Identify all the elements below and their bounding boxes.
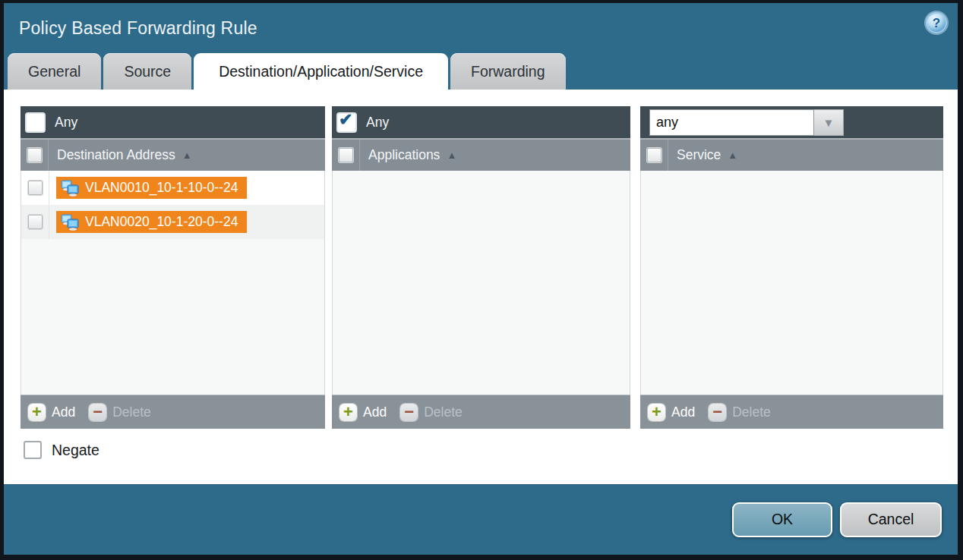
policy-based-forwarding-dialog: Policy Based Forwarding Rule ? General S… — [0, 0, 963, 560]
tab-bar: General Source Destination/Application/S… — [4, 53, 958, 90]
address-object-chip[interactable]: VLAN0020_10-1-20-0--24 — [56, 211, 247, 233]
service-select-all-checkbox[interactable] — [647, 148, 661, 162]
row-checkbox[interactable] — [28, 181, 43, 195]
applications-list — [332, 171, 630, 395]
service-column-header: Service ▲ — [640, 138, 943, 171]
applications-delete-button[interactable]: − Delete — [400, 404, 463, 421]
chevron-down-icon: ▼ — [823, 116, 835, 129]
applications-column: ✔ Any Applications ▲ + — [332, 106, 630, 429]
address-object-label: VLAN0020_10-1-20-0--24 — [85, 214, 238, 230]
service-delete-button[interactable]: − Delete — [709, 404, 771, 421]
service-header-label[interactable]: Service ▲ — [668, 140, 737, 171]
check-icon: ✔ — [339, 112, 352, 128]
delete-label: Delete — [424, 404, 463, 420]
negate-row: Negate — [21, 441, 946, 459]
ok-button[interactable]: OK — [732, 502, 832, 537]
destination-header-text: Destination Address — [57, 147, 175, 163]
cancel-button[interactable]: Cancel — [840, 502, 942, 537]
address-object-icon — [61, 214, 79, 231]
destination-list: VLAN0010_10-1-10-0--24 — [21, 171, 325, 395]
destination-any-checkbox[interactable] — [27, 114, 44, 131]
dialog-titlebar: Policy Based Forwarding Rule ? — [4, 3, 958, 53]
applications-any-checkbox[interactable]: ✔ — [338, 114, 355, 131]
dialog-footer: OK Cancel — [4, 484, 958, 555]
destination-toolbar: + Add − Delete — [21, 395, 325, 429]
help-icon[interactable]: ? — [926, 12, 947, 33]
service-list — [640, 171, 943, 395]
add-label: Add — [52, 404, 75, 420]
applications-header-text: Applications — [368, 147, 440, 163]
destination-add-button[interactable]: + Add — [28, 404, 75, 421]
applications-column-header: Applications ▲ — [332, 138, 630, 171]
applications-any-bar: ✔ Any — [332, 106, 630, 138]
add-label: Add — [363, 404, 387, 420]
delete-label: Delete — [732, 404, 771, 420]
applications-select-all-checkbox[interactable] — [339, 148, 353, 162]
sort-ascending-icon[interactable]: ▲ — [728, 149, 737, 161]
delete-label: Delete — [112, 404, 151, 420]
service-any-bar: ▼ — [640, 106, 943, 138]
row-checkbox-cell — [21, 205, 49, 239]
negate-checkbox[interactable] — [24, 441, 42, 459]
applications-toolbar: + Add − Delete — [332, 395, 630, 429]
destination-column-header: Destination Address ▲ — [21, 138, 325, 171]
destination-select-all-cell — [21, 140, 49, 171]
delete-icon: − — [400, 404, 418, 421]
destination-any-label: Any — [55, 115, 77, 131]
applications-header-label[interactable]: Applications ▲ — [360, 140, 456, 171]
address-object-icon — [61, 180, 79, 197]
tab-forwarding[interactable]: Forwarding — [450, 53, 566, 90]
destination-header-label[interactable]: Destination Address ▲ — [49, 140, 192, 171]
applications-select-all-cell — [332, 140, 360, 171]
service-header-text: Service — [677, 147, 721, 163]
destination-any-bar: Any — [21, 106, 325, 138]
service-toolbar: + Add − Delete — [640, 395, 943, 429]
tab-general[interactable]: General — [8, 53, 101, 90]
tab-source[interactable]: Source — [103, 53, 191, 90]
tab-destination-application-service[interactable]: Destination/Application/Service — [194, 53, 448, 90]
applications-add-button[interactable]: + Add — [339, 404, 387, 421]
service-add-button[interactable]: + Add — [648, 404, 695, 421]
service-type-dropdown-button[interactable]: ▼ — [814, 109, 844, 136]
table-row: VLAN0020_10-1-20-0--24 — [21, 205, 324, 239]
add-icon: + — [648, 404, 665, 421]
address-object-label: VLAN0010_10-1-10-0--24 — [85, 180, 238, 196]
address-object-chip[interactable]: VLAN0010_10-1-10-0--24 — [56, 177, 247, 199]
add-icon: + — [339, 404, 357, 421]
add-label: Add — [671, 404, 695, 420]
service-select-all-cell — [640, 140, 668, 171]
destination-address-column: Any Destination Address ▲ — [21, 106, 325, 429]
destination-select-all-checkbox[interactable] — [27, 148, 42, 162]
delete-icon: − — [709, 404, 726, 421]
help-glyph: ? — [933, 17, 940, 30]
row-checkbox-cell — [21, 171, 49, 205]
add-icon: + — [28, 404, 46, 421]
service-type-input[interactable] — [649, 109, 814, 136]
sort-ascending-icon[interactable]: ▲ — [182, 149, 192, 161]
tab-content-panel: Any Destination Address ▲ — [4, 90, 958, 484]
delete-icon: − — [89, 404, 106, 421]
service-type-combo: ▼ — [649, 109, 844, 136]
dialog-title: Policy Based Forwarding Rule — [19, 18, 257, 39]
destination-delete-button[interactable]: − Delete — [89, 404, 151, 421]
sort-ascending-icon[interactable]: ▲ — [447, 149, 456, 161]
negate-label: Negate — [52, 442, 99, 459]
service-column: ▼ Service ▲ + A — [640, 106, 943, 429]
row-checkbox[interactable] — [28, 215, 43, 229]
table-row: VLAN0010_10-1-10-0--24 — [21, 171, 324, 205]
applications-any-label: Any — [366, 115, 389, 131]
